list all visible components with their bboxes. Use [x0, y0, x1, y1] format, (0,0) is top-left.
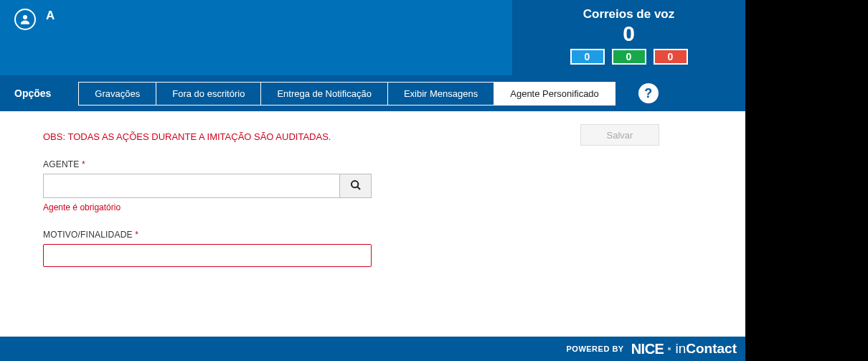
voicemail-total: 0	[623, 23, 635, 44]
content-area: Salvar OBS: TODAS AS AÇÕES DURANTE A IMI…	[0, 111, 745, 337]
tabs: Gravações Fora do escritório Entrega de …	[78, 82, 615, 106]
motivo-input[interactable]	[43, 244, 372, 267]
tab-entrega-notificacao[interactable]: Entrega de Notificação	[261, 82, 388, 106]
motivo-label: MOTIVO/FINALIDADE *	[43, 230, 702, 240]
tab-gravacoes[interactable]: Gravações	[78, 82, 156, 106]
topbar: A Correios de voz 0 0 0 0	[0, 0, 745, 75]
brand-contact: Contact	[686, 341, 737, 356]
voicemail-count-red[interactable]: 0	[654, 49, 688, 65]
tabbar: Opções Gravações Fora do escritório Entr…	[0, 75, 745, 111]
voicemail-title: Correios de voz	[583, 7, 675, 22]
agent-label-text: AGENTE	[43, 159, 80, 169]
motivo-field: MOTIVO/FINALIDADE *	[43, 230, 702, 267]
options-label: Opções	[14, 88, 51, 99]
tab-fora-do-escritorio[interactable]: Fora do escritório	[156, 82, 261, 106]
brand-dot-icon	[668, 347, 671, 350]
agent-required-marker: *	[82, 159, 85, 169]
agent-error: Agente é obrigatório	[43, 202, 702, 212]
agent-search-button[interactable]	[340, 174, 372, 198]
agent-label: AGENTE *	[43, 159, 702, 169]
help-icon[interactable]: ?	[638, 83, 659, 103]
search-icon	[350, 179, 362, 193]
brand-in: in	[675, 341, 686, 356]
voicemail-counts: 0 0 0	[570, 49, 688, 65]
user-initial: A	[46, 9, 55, 23]
voicemail-panel: Correios de voz 0 0 0 0	[512, 0, 745, 75]
motivo-label-text: MOTIVO/FINALIDADE	[43, 230, 133, 240]
svg-point-1	[352, 181, 358, 187]
tab-exibir-mensagens[interactable]: Exibir Mensagens	[388, 82, 494, 106]
avatar-icon	[14, 9, 36, 30]
agent-input[interactable]	[43, 174, 340, 198]
tab-agente-personificado[interactable]: Agente Personificado	[494, 82, 615, 106]
powered-by-label: POWERED BY	[566, 344, 623, 353]
topbar-user-area: A	[0, 0, 512, 75]
svg-line-2	[357, 187, 360, 189]
agent-field: AGENTE * Agente é obrigatório	[43, 159, 702, 212]
brand-nice: NICE	[631, 341, 664, 357]
save-button[interactable]: Salvar	[580, 124, 659, 146]
svg-point-0	[23, 15, 27, 19]
motivo-required-marker: *	[135, 230, 138, 240]
voicemail-count-green[interactable]: 0	[612, 49, 646, 65]
footer: POWERED BY NICE inContact	[0, 337, 745, 361]
voicemail-count-blue[interactable]: 0	[570, 49, 605, 65]
brand-incontact: inContact	[675, 341, 737, 357]
